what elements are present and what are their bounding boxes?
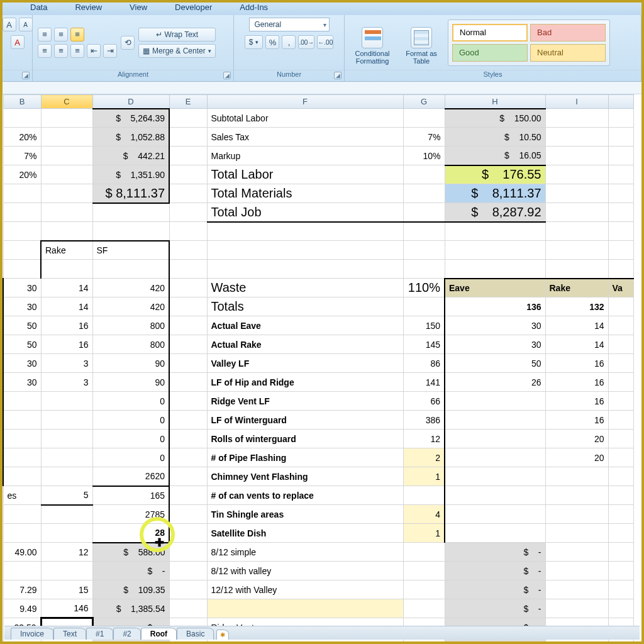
shrink-font-button[interactable]: A — [19, 18, 33, 31]
group-label-number: Number — [277, 70, 301, 78]
percent-format-button[interactable]: % — [265, 35, 279, 49]
font-launcher-icon[interactable]: ◢ — [22, 72, 30, 79]
style-neutral[interactable]: Neutral — [530, 44, 606, 62]
column-header-E[interactable]: E — [169, 95, 207, 109]
sheet-tab-bar: InvoiceText#1#2RoofBasic — [4, 626, 640, 640]
align-middle-button[interactable]: ≡ — [54, 28, 68, 42]
menu-data[interactable]: Data — [30, 3, 47, 15]
column-header-F[interactable]: F — [207, 95, 403, 109]
merge-center-button[interactable]: ▦Merge & Center▾ — [138, 44, 216, 58]
column-header-D[interactable]: D — [92, 95, 169, 109]
wrap-text-icon: ↵ — [156, 30, 162, 39]
sheet-tab-basic[interactable]: Basic — [177, 628, 214, 640]
number-launcher-icon[interactable]: ◢ — [334, 72, 341, 79]
alignment-launcher-icon[interactable]: ◢ — [223, 72, 231, 79]
column-header-I[interactable]: I — [545, 95, 608, 109]
increase-decimal-button[interactable]: .00→ — [298, 35, 314, 49]
sheet-tab-roof[interactable]: Roof — [141, 628, 177, 640]
align-top-button[interactable]: ≡ — [38, 28, 52, 42]
sheet-tab-#1[interactable]: #1 — [86, 628, 113, 640]
group-label-alignment: Alignment — [118, 70, 148, 78]
sheet-tab-text[interactable]: Text — [53, 628, 86, 640]
column-header-B[interactable]: B — [3, 95, 41, 109]
decrease-decimal-button[interactable]: ←.00 — [317, 35, 333, 49]
column-header-G[interactable]: G — [403, 95, 445, 109]
orientation-button[interactable]: ⟲ — [121, 36, 135, 50]
conditional-formatting-icon — [362, 27, 383, 48]
style-bad[interactable]: Bad — [530, 24, 606, 42]
ribbon: AA A ◢ ≡ ≡ ≡ ≡ ≡ ≡ ⇤ ⇥ ⟲ — [3, 15, 641, 82]
menu-view[interactable]: View — [130, 3, 147, 15]
cell-styles-gallery[interactable]: Normal Bad Good Neutral — [448, 19, 610, 66]
menu-developer[interactable]: Developer — [175, 3, 212, 15]
insert-sheet-button[interactable] — [216, 630, 229, 640]
align-right-button[interactable]: ≡ — [70, 44, 84, 58]
decrease-indent-button[interactable]: ⇤ — [87, 44, 101, 58]
style-good[interactable]: Good — [452, 44, 528, 62]
format-as-table-button[interactable]: Format as Table — [399, 20, 444, 65]
comma-format-button[interactable]: , — [282, 35, 296, 49]
menu-bar: Data Review View Developer Add-Ins — [3, 3, 641, 15]
style-normal[interactable]: Normal — [452, 24, 528, 42]
group-label-styles: Styles — [484, 70, 502, 78]
chevron-down-icon: ▾ — [323, 21, 326, 28]
align-bottom-button[interactable]: ≡ — [70, 28, 84, 42]
column-header-C[interactable]: C — [41, 95, 92, 109]
align-center-button[interactable]: ≡ — [54, 44, 68, 58]
increase-indent-button[interactable]: ⇥ — [103, 44, 117, 58]
font-color-button[interactable]: A — [11, 35, 25, 49]
column-header-H[interactable]: H — [445, 95, 545, 109]
menu-addins[interactable]: Add-Ins — [240, 3, 268, 15]
sheet-tab-invoice[interactable]: Invoice — [11, 628, 53, 640]
conditional-formatting-button[interactable]: Conditional Formatting — [350, 20, 395, 65]
worksheet-grid[interactable]: BCDEFGHI$ 5,264.39Subtotal Labor$ 150.00… — [3, 94, 641, 644]
accounting-format-button[interactable]: $▾ — [245, 35, 264, 49]
wrap-text-button[interactable]: ↵Wrap Text — [138, 28, 216, 42]
sheet-tab-#2[interactable]: #2 — [113, 628, 140, 640]
align-left-button[interactable]: ≡ — [38, 44, 52, 58]
column-header-J[interactable] — [608, 95, 633, 109]
menu-review[interactable]: Review — [75, 3, 102, 15]
format-as-table-icon — [411, 27, 432, 48]
number-format-combo[interactable]: General▾ — [249, 18, 330, 31]
grow-font-button[interactable]: A — [3, 18, 16, 31]
merge-icon: ▦ — [143, 47, 150, 55]
